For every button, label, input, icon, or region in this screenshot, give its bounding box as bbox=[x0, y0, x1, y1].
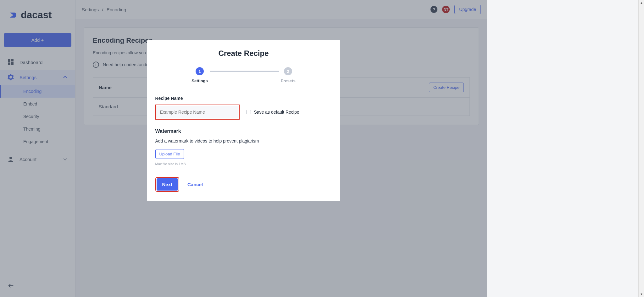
step-settings[interactable]: 1 Settings bbox=[192, 67, 208, 83]
create-recipe-modal: Create Recipe 1 Settings 2 Presets Recip… bbox=[147, 40, 340, 201]
checkbox-icon bbox=[247, 110, 251, 114]
step-presets[interactable]: 2 Presets bbox=[281, 67, 296, 83]
watermark-title: Watermark bbox=[155, 128, 332, 134]
max-file-size-hint: Max file size is 1MB bbox=[155, 162, 332, 166]
step-label: Settings bbox=[192, 78, 208, 83]
scroll-down-icon[interactable]: ▼ bbox=[639, 291, 644, 297]
cancel-button[interactable]: Cancel bbox=[187, 182, 203, 187]
checkbox-label: Save as default Recipe bbox=[254, 110, 299, 115]
scroll-up-icon[interactable]: ▲ bbox=[639, 0, 644, 6]
step-label: Presets bbox=[281, 78, 296, 83]
browser-scrollbar[interactable]: ▲ ▼ bbox=[638, 0, 644, 297]
next-button-highlight: Next bbox=[155, 177, 180, 192]
save-default-checkbox[interactable]: Save as default Recipe bbox=[247, 110, 299, 115]
watermark-description: Add a watermark to videos to help preven… bbox=[155, 138, 332, 143]
step-circle: 1 bbox=[196, 67, 204, 75]
recipe-name-highlight bbox=[155, 105, 240, 120]
recipe-name-label: Recipe Name bbox=[155, 96, 332, 101]
step-progress-bar bbox=[210, 71, 279, 72]
recipe-name-input[interactable] bbox=[157, 106, 238, 118]
step-circle: 2 bbox=[284, 67, 292, 75]
stepper: 1 Settings 2 Presets bbox=[155, 67, 332, 83]
modal-overlay[interactable]: Create Recipe 1 Settings 2 Presets Recip… bbox=[0, 0, 487, 297]
modal-title: Create Recipe bbox=[155, 49, 332, 58]
next-button[interactable]: Next bbox=[157, 178, 178, 191]
upload-file-button[interactable]: Upload File bbox=[155, 149, 184, 159]
